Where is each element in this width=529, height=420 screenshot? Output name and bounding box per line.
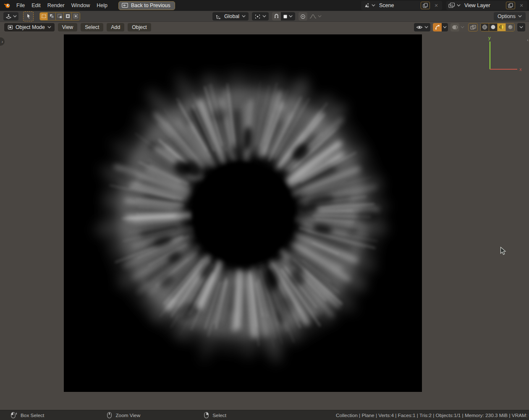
transform-orientation-dropdown[interactable]: Global xyxy=(212,12,249,21)
chevron-down-icon xyxy=(519,26,523,29)
blender-window: File Edit Render Window Help Back to Pre… xyxy=(0,0,529,420)
material-sphere-icon xyxy=(499,24,504,30)
gizmos-toggle[interactable] xyxy=(433,23,442,31)
blender-logo-icon[interactable] xyxy=(4,3,10,8)
chevron-down-icon xyxy=(289,15,293,18)
menu-help[interactable]: Help xyxy=(93,1,111,10)
mode-selector-dropdown[interactable]: Object Mode xyxy=(4,23,55,31)
rendered-plane-iris-texture[interactable] xyxy=(64,34,422,392)
scene-name: Scene xyxy=(377,3,419,8)
select-mode-group xyxy=(39,12,80,21)
axis-navigation-gizmo[interactable]: y x xyxy=(483,36,525,73)
remove-view-layer-button[interactable]: ✕ xyxy=(517,2,526,9)
rendered-sphere-icon xyxy=(508,24,513,30)
xray-toggle[interactable] xyxy=(468,23,478,31)
view-layer-selector[interactable]: View Layer ✕ xyxy=(446,1,527,10)
scene-statistics: Collection | Plane | Verts:4 | Faces:1 |… xyxy=(336,412,529,418)
topbar: File Edit Render Window Help Back to Pre… xyxy=(0,0,529,11)
close-icon: ✕ xyxy=(519,3,523,8)
scene-icon xyxy=(363,3,370,8)
new-scene-button[interactable] xyxy=(421,2,430,9)
scene-selector[interactable]: Scene ✕ xyxy=(361,1,442,10)
select-mode-set[interactable] xyxy=(40,13,48,20)
back-to-previous-button[interactable]: Back to Previous xyxy=(118,1,175,10)
menu-object[interactable]: Object xyxy=(128,23,151,31)
overlays-toggle[interactable] xyxy=(450,23,459,31)
orientation-value: Global xyxy=(224,13,239,19)
mouse-left-drag-icon xyxy=(11,412,17,418)
select-mode-invert[interactable] xyxy=(64,13,72,20)
overlays-dropdown[interactable] xyxy=(459,23,466,31)
snap-square-icon xyxy=(283,15,287,18)
menu-edit[interactable]: Edit xyxy=(28,1,44,10)
close-icon: ✕ xyxy=(434,3,438,8)
object-visibility-dropdown[interactable] xyxy=(414,23,430,31)
statusbar-hint-box-select: Box Select xyxy=(11,412,44,418)
shading-mode-group xyxy=(480,23,515,31)
xray-icon xyxy=(470,25,476,30)
viewport-header: Object Mode View Select Add Object xyxy=(0,22,529,32)
active-tool-select-box[interactable] xyxy=(23,11,34,21)
proportional-falloff-dropdown[interactable] xyxy=(307,14,324,19)
orientation-axes-icon xyxy=(215,14,222,19)
chevron-down-icon xyxy=(262,15,266,18)
chevron-down-icon xyxy=(318,15,322,18)
viewport-3d[interactable]: y x › ‹ xyxy=(0,32,529,410)
select-mode-extend[interactable] xyxy=(48,13,56,20)
snap-target-dropdown[interactable] xyxy=(281,12,295,21)
iris-procedural-texture xyxy=(64,34,422,392)
axis-y-label: y xyxy=(488,36,491,40)
toolbar-expand-tab[interactable]: › xyxy=(0,37,5,46)
shading-dropdown[interactable] xyxy=(517,23,525,31)
pivot-point-icon xyxy=(254,14,261,19)
menu-view[interactable]: View xyxy=(58,23,77,31)
menu-window[interactable]: Window xyxy=(68,1,93,10)
back-screen-icon xyxy=(122,3,128,8)
options-dropdown[interactable]: Options xyxy=(494,12,526,21)
proportional-circle-icon xyxy=(300,14,306,19)
solid-sphere-icon xyxy=(490,24,496,30)
falloff-curve-icon xyxy=(309,14,317,19)
shading-wireframe-button[interactable] xyxy=(481,23,489,31)
chevron-down-icon xyxy=(47,26,51,29)
editor-type-selector[interactable] xyxy=(3,12,18,21)
editor-3dview-icon xyxy=(5,13,12,19)
shading-rendered-button[interactable] xyxy=(506,23,514,31)
axis-x-label: x xyxy=(519,67,522,72)
proportional-editing-toggle[interactable] xyxy=(299,12,307,21)
unlink-scene-button[interactable]: ✕ xyxy=(432,2,441,9)
mouse-middle-icon xyxy=(107,412,112,418)
menu-add[interactable]: Add xyxy=(107,23,124,31)
select-mode-subtract[interactable] xyxy=(56,13,64,20)
chevron-down-icon xyxy=(461,26,464,29)
chevron-down-icon xyxy=(424,26,428,29)
menu-render[interactable]: Render xyxy=(44,1,68,10)
gizmos-dropdown[interactable] xyxy=(442,23,448,31)
chevron-down-icon xyxy=(518,15,522,18)
pivot-point-dropdown[interactable] xyxy=(252,12,269,21)
new-view-layer-button[interactable] xyxy=(506,2,515,9)
wireframe-sphere-icon xyxy=(482,24,487,30)
shading-material-preview-button[interactable] xyxy=(498,23,506,31)
chevron-down-icon xyxy=(443,26,447,29)
gizmo-icon xyxy=(435,24,440,30)
statusbar: Box Select Zoom View Select Collection |… xyxy=(0,410,529,420)
object-mode-icon xyxy=(8,25,13,30)
view-layer-icon xyxy=(448,3,455,8)
view-layer-name: View Layer xyxy=(462,3,504,8)
statusbar-hint-zoom-view: Zoom View xyxy=(107,412,140,418)
select-mode-intersect[interactable] xyxy=(72,13,80,20)
chevron-down-icon xyxy=(372,4,375,7)
shading-solid-button[interactable] xyxy=(489,23,498,31)
tool-settings-bar: Global xyxy=(0,11,529,22)
mouse-cursor xyxy=(500,247,507,256)
menu-select[interactable]: Select xyxy=(81,23,103,31)
statusbar-hint-select: Select xyxy=(204,412,226,418)
eye-icon xyxy=(416,25,423,30)
sidebar-expand-tab[interactable]: ‹ xyxy=(527,37,529,42)
cursor-tool-icon xyxy=(26,13,31,19)
snap-toggle-button[interactable] xyxy=(272,12,281,21)
chevron-down-icon xyxy=(13,15,17,18)
mouse-right-icon xyxy=(204,412,209,418)
menu-file[interactable]: File xyxy=(13,1,28,10)
